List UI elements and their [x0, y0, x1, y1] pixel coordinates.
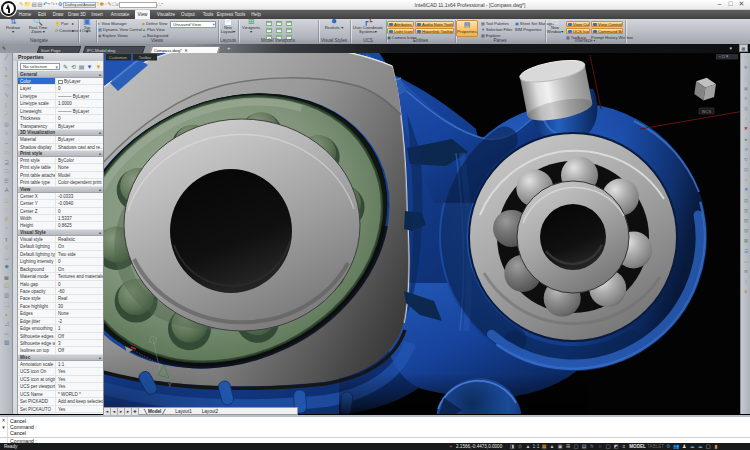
svg-text:- □ ×: - □ × — [719, 54, 729, 59]
svg-text:Toolbar: Toolbar — [139, 56, 152, 60]
svg-text:WCS: WCS — [702, 109, 712, 114]
svg-text:X: X — [110, 351, 114, 357]
svg-text:Customize: Customize — [109, 56, 127, 60]
svg-text:Y: Y — [168, 382, 172, 388]
